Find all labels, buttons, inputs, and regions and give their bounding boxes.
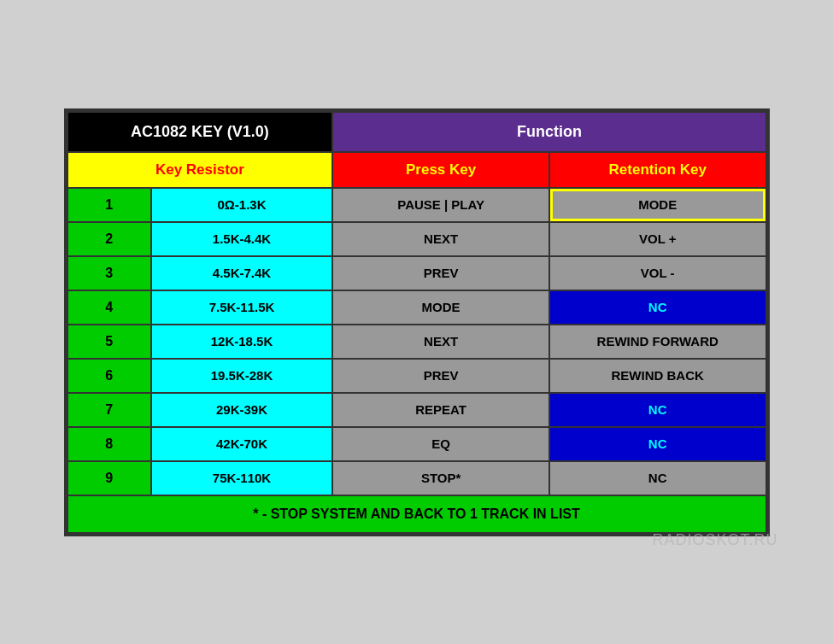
row-retention-key: VOL +: [549, 222, 766, 256]
row-retention-key: VOL -: [549, 256, 766, 290]
watermark: RADIOSKOT.RU: [652, 531, 777, 549]
row-range: 12K-18.5K: [151, 325, 333, 359]
row-number: 9: [67, 461, 151, 495]
row-number: 4: [67, 290, 151, 325]
row-retention-key: REWIND BACK: [549, 359, 766, 393]
table-row: 729K-39KREPEATNC: [67, 393, 766, 427]
header-row-2: Key Resistor Press Key Retention Key: [67, 152, 766, 188]
header-row-1: AC1082 KEY (V1.0) Function: [67, 112, 766, 152]
row-press-key: REPEAT: [332, 393, 549, 427]
row-range: 75K-110K: [151, 461, 333, 495]
row-press-key: MODE: [332, 290, 549, 325]
row-retention-key: NC: [549, 290, 766, 325]
footer-row: * - STOP SYSTEM AND BACK TO 1 TRACK IN L…: [67, 495, 766, 533]
function-header: Function: [332, 112, 766, 152]
row-number: 6: [67, 359, 151, 393]
row-number: 7: [67, 393, 151, 427]
row-range: 0Ω-1.3K: [151, 188, 333, 222]
row-number: 3: [67, 256, 151, 290]
table-row: 21.5K-4.4KNEXTVOL +: [67, 222, 766, 256]
row-press-key: PREV: [332, 359, 549, 393]
table-row: 512K-18.5KNEXTREWIND FORWARD: [67, 325, 766, 359]
footer-text: * - STOP SYSTEM AND BACK TO 1 TRACK IN L…: [67, 495, 766, 533]
row-retention-key: MODE: [549, 188, 766, 222]
table-container: AC1082 KEY (V1.0) Function Key Resistor …: [64, 108, 770, 536]
row-press-key: EQ: [332, 427, 549, 461]
row-range: 19.5K-28K: [151, 359, 333, 393]
row-press-key: STOP*: [332, 461, 549, 495]
row-range: 29K-39K: [151, 393, 333, 427]
row-number: 8: [67, 427, 151, 461]
retention-key-header: Retention Key: [549, 152, 766, 188]
row-range: 42K-70K: [151, 427, 333, 461]
key-table: AC1082 KEY (V1.0) Function Key Resistor …: [67, 111, 767, 534]
press-key-header: Press Key: [332, 152, 549, 188]
row-retention-key: NC: [549, 427, 766, 461]
row-range: 4.5K-7.4K: [151, 256, 333, 290]
table-row: 10Ω-1.3KPAUSE | PLAYMODE: [67, 188, 766, 222]
row-retention-key: REWIND FORWARD: [549, 325, 766, 359]
row-number: 1: [67, 188, 151, 222]
table-row: 619.5K-28KPREVREWIND BACK: [67, 359, 766, 393]
row-press-key: NEXT: [332, 325, 549, 359]
row-number: 2: [67, 222, 151, 256]
row-range: 7.5K-11.5K: [151, 290, 333, 325]
table-body: 10Ω-1.3KPAUSE | PLAYMODE21.5K-4.4KNEXTVO…: [67, 188, 766, 495]
page-wrapper: AC1082 KEY (V1.0) Function Key Resistor …: [47, 91, 787, 553]
table-row: 842K-70KEQNC: [67, 427, 766, 461]
table-row: 47.5K-11.5KMODENC: [67, 290, 766, 325]
row-press-key: PAUSE | PLAY: [332, 188, 549, 222]
row-press-key: PREV: [332, 256, 549, 290]
row-press-key: NEXT: [332, 222, 549, 256]
key-resistor-header: Key Resistor: [67, 152, 333, 188]
table-row: 975K-110KSTOP*NC: [67, 461, 766, 495]
row-retention-key: NC: [549, 393, 766, 427]
table-title: AC1082 KEY (V1.0): [67, 112, 333, 152]
table-row: 34.5K-7.4KPREVVOL -: [67, 256, 766, 290]
row-retention-key: NC: [549, 461, 766, 495]
row-number: 5: [67, 325, 151, 359]
row-range: 1.5K-4.4K: [151, 222, 333, 256]
